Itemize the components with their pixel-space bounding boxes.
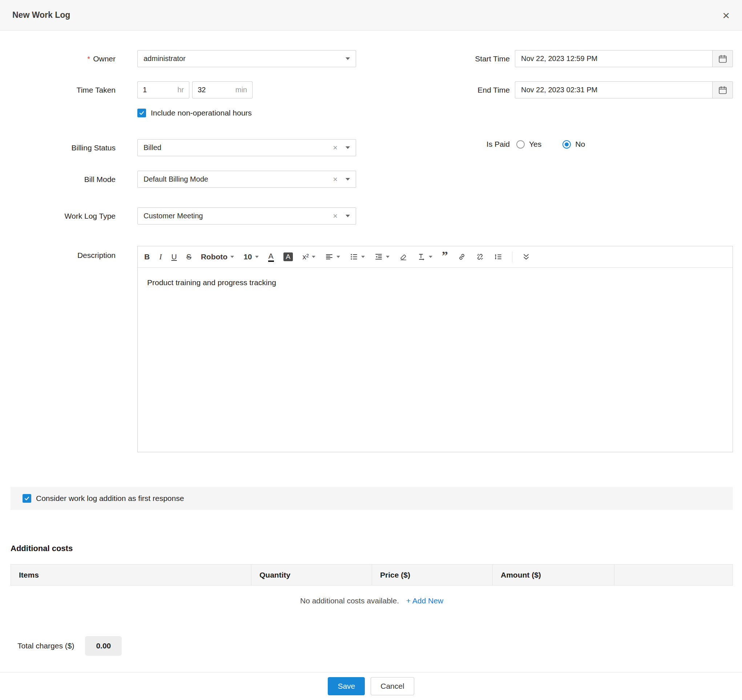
work-log-type-select[interactable]: Customer Meeting × bbox=[137, 207, 356, 225]
chevron-down-icon bbox=[346, 146, 350, 149]
line-height-button[interactable] bbox=[494, 253, 502, 261]
chevron-down-icon bbox=[312, 256, 315, 258]
minutes-input[interactable] bbox=[198, 86, 217, 94]
underline-button[interactable]: U bbox=[172, 253, 177, 261]
italic-button[interactable]: I bbox=[159, 252, 162, 262]
text-color-icon: A bbox=[268, 252, 274, 262]
clear-icon[interactable]: × bbox=[331, 212, 340, 221]
clear-icon[interactable]: × bbox=[331, 175, 340, 184]
work-log-type-row: Work Log Type Customer Meeting × bbox=[10, 207, 733, 225]
background-color-button[interactable]: A bbox=[283, 253, 293, 262]
chevron-down-icon bbox=[346, 57, 350, 60]
billing-status-select[interactable]: Billed × bbox=[137, 139, 356, 156]
link-button[interactable] bbox=[458, 253, 466, 261]
superscript-button[interactable]: x² bbox=[302, 253, 315, 261]
clear-icon[interactable]: × bbox=[331, 143, 340, 153]
start-time-label: Start Time bbox=[456, 54, 510, 63]
unlink-icon bbox=[476, 253, 484, 261]
additional-costs-heading: Additional costs bbox=[10, 544, 733, 553]
right-column: Start Time Nov 22, 2023 12:59 PM End Tim… bbox=[456, 50, 733, 149]
start-time-input[interactable]: Nov 22, 2023 12:59 PM bbox=[515, 50, 733, 67]
chevron-down-icon bbox=[337, 256, 340, 258]
minutes-unit-label: min bbox=[236, 86, 247, 94]
time-taken-label: Time Taken bbox=[10, 86, 116, 94]
billing-status-label: Billing Status bbox=[10, 144, 116, 152]
billing-status-value: Billed bbox=[144, 144, 161, 152]
work-log-type-value: Customer Meeting bbox=[144, 212, 203, 220]
additional-costs-empty-row: No additional costs available. + Add New bbox=[10, 597, 733, 605]
start-time-calendar-button[interactable] bbox=[712, 50, 733, 67]
empty-state-text: No additional costs available. bbox=[300, 597, 399, 605]
owner-select[interactable]: administrator bbox=[137, 50, 356, 67]
chevron-down-icon bbox=[346, 178, 350, 181]
chevron-down-icon bbox=[230, 256, 234, 258]
is-paid-row: Is Paid Yes No bbox=[456, 140, 733, 149]
time-taken-minutes-box: min bbox=[192, 81, 253, 99]
owner-value: administrator bbox=[144, 54, 186, 63]
save-button[interactable]: Save bbox=[328, 677, 365, 695]
first-response-checkbox[interactable]: Consider work log addition as first resp… bbox=[22, 494, 184, 503]
radio-unselected-icon bbox=[516, 140, 525, 149]
font-family-select[interactable]: Roboto bbox=[201, 253, 234, 261]
link-icon bbox=[458, 253, 466, 261]
description-row: Description B I U S Roboto 10 bbox=[10, 246, 733, 452]
more-tools-button[interactable] bbox=[522, 253, 530, 261]
column-header-amount: Amount ($) bbox=[492, 565, 614, 585]
end-time-input[interactable]: Nov 22, 2023 02:31 PM bbox=[515, 81, 733, 99]
add-new-link[interactable]: + Add New bbox=[406, 597, 443, 605]
hours-input[interactable] bbox=[143, 86, 162, 94]
form-area: *Owner administrator Time Taken hr bbox=[0, 31, 742, 656]
column-header-actions bbox=[614, 565, 733, 585]
work-log-type-label: Work Log Type bbox=[10, 212, 116, 221]
bill-mode-value: Default Billing Mode bbox=[144, 175, 208, 184]
line-height-icon bbox=[494, 253, 502, 261]
indent-button[interactable] bbox=[374, 253, 390, 261]
dialog-header: New Work Log × bbox=[0, 0, 742, 31]
total-charges-value: 0.00 bbox=[85, 636, 122, 656]
end-time-label: End Time bbox=[456, 86, 510, 94]
description-input[interactable]: Product training and progress tracking bbox=[138, 268, 733, 452]
double-chevron-down-icon bbox=[522, 253, 530, 261]
time-taken-hours-box: hr bbox=[137, 81, 189, 99]
bold-button[interactable]: B bbox=[144, 253, 150, 261]
unlink-button[interactable] bbox=[476, 253, 484, 261]
end-time-value: Nov 22, 2023 02:31 PM bbox=[521, 86, 598, 94]
clear-format-button[interactable] bbox=[399, 253, 408, 261]
indent-icon bbox=[374, 253, 383, 261]
bill-mode-row: Bill Mode Default Billing Mode × bbox=[10, 171, 733, 188]
cancel-button[interactable]: Cancel bbox=[371, 677, 414, 695]
font-size-select[interactable]: 10 bbox=[243, 253, 258, 261]
column-header-items: Items bbox=[11, 565, 251, 585]
is-paid-label: Is Paid bbox=[456, 140, 510, 149]
superscript-icon: x² bbox=[302, 253, 309, 261]
is-paid-no-radio[interactable]: No bbox=[562, 140, 585, 149]
calendar-icon bbox=[718, 85, 727, 95]
list-button[interactable] bbox=[350, 253, 365, 261]
total-charges-row: Total charges ($) 0.00 bbox=[10, 636, 733, 656]
column-header-quantity: Quantity bbox=[251, 565, 372, 585]
close-icon[interactable]: × bbox=[722, 9, 730, 21]
total-charges-label: Total charges ($) bbox=[18, 641, 74, 650]
background-color-icon: A bbox=[283, 253, 293, 262]
chevron-down-icon bbox=[346, 215, 350, 217]
bullet-list-icon bbox=[350, 253, 358, 261]
bill-mode-label: Bill Mode bbox=[10, 175, 116, 184]
end-time-row: End Time Nov 22, 2023 02:31 PM bbox=[456, 81, 733, 99]
quote-icon: ” bbox=[442, 253, 448, 260]
align-button[interactable] bbox=[325, 253, 340, 261]
text-direction-icon bbox=[417, 253, 426, 261]
blockquote-button[interactable]: ” bbox=[442, 253, 448, 260]
chevron-down-icon bbox=[361, 256, 365, 258]
chevron-down-icon bbox=[255, 256, 259, 258]
start-time-value: Nov 22, 2023 12:59 PM bbox=[521, 54, 598, 63]
is-paid-yes-label: Yes bbox=[529, 140, 542, 149]
text-color-button[interactable]: A bbox=[268, 252, 274, 262]
new-work-log-dialog: New Work Log × *Owner administrator Time… bbox=[0, 0, 742, 700]
include-non-operational-label: Include non-operational hours bbox=[151, 109, 252, 117]
text-direction-button[interactable] bbox=[417, 253, 433, 261]
strikethrough-button[interactable]: S bbox=[186, 253, 191, 261]
is-paid-yes-radio[interactable]: Yes bbox=[516, 140, 542, 149]
end-time-calendar-button[interactable] bbox=[712, 82, 733, 98]
bill-mode-select[interactable]: Default Billing Mode × bbox=[137, 171, 356, 188]
required-asterisk: * bbox=[87, 55, 90, 63]
